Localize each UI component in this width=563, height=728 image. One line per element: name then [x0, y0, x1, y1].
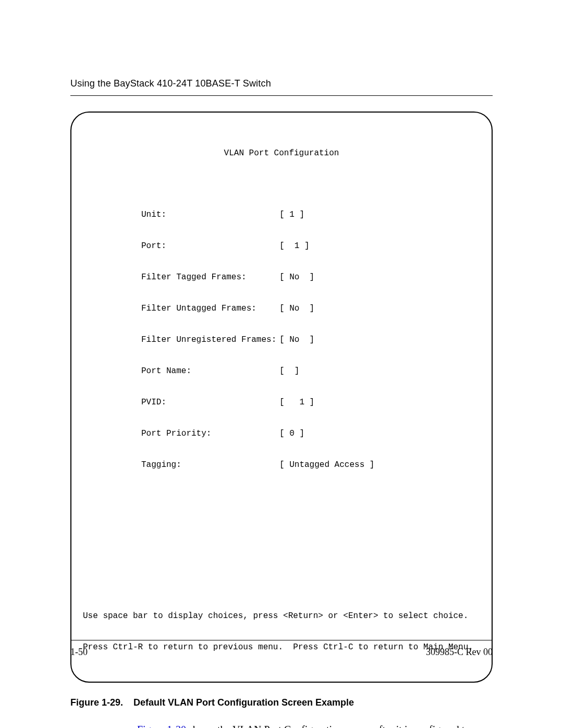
page-body: Using the BayStack 410-24T 10BASE-T Swit… [70, 78, 493, 658]
figure-caption: Figure 1-29.Default VLAN Port Configurat… [70, 697, 493, 708]
terminal-row: Port: [ 1 ] [141, 241, 480, 251]
terminal-field-value: [ No ] [279, 272, 314, 282]
terminal-field-label: Port Name: [141, 366, 279, 376]
terminal-field-label: Tagging: [141, 460, 279, 470]
terminal-field-value: [ 1 ] [279, 241, 310, 251]
figure-xref-link[interactable]: Figure 1-30 [137, 724, 186, 728]
terminal-screen: VLAN Port Configuration Unit: [ 1 ] Port… [70, 112, 493, 683]
terminal-row: Filter Untagged Frames: [ No ] [141, 303, 480, 314]
terminal-title: VLAN Port Configuration [83, 148, 480, 158]
page-footer: 1-50 309985-C Rev 00 [70, 640, 493, 658]
terminal-row: Tagging: [ Untagged Access ] [141, 460, 480, 470]
terminal-row: PVID: [ 1 ] [141, 397, 480, 408]
terminal-field-value: [ 1 ] [279, 397, 314, 408]
terminal-row: Unit: [ 1 ] [141, 209, 480, 220]
terminal-field-label: Port: [141, 241, 279, 251]
terminal-help-line: Use space bar to display choices, press … [83, 611, 480, 621]
terminal-field-value: [ 1 ] [279, 209, 304, 220]
terminal-row: Filter Unregistered Frames: [ No ] [141, 335, 480, 345]
body-text: shows the VLAN Port Configuration screen… [137, 724, 470, 728]
terminal-field-label: PVID: [141, 397, 279, 408]
page-number: 1-50 [70, 647, 88, 658]
terminal-row: Port Name: [ ] [141, 366, 480, 376]
running-head: Using the BayStack 410-24T 10BASE-T Swit… [70, 78, 493, 89]
terminal-row: Filter Tagged Frames: [ No ] [141, 272, 480, 282]
figure-caption-text: Default VLAN Port Configuration Screen E… [133, 697, 354, 708]
body-paragraph: Figure 1-30 shows the VLAN Port Configur… [70, 723, 493, 728]
terminal-fields: Unit: [ 1 ] Port: [ 1 ] Filter Tagged Fr… [141, 189, 480, 491]
terminal-field-value: [ No ] [279, 335, 314, 345]
terminal-field-label: Port Priority: [141, 428, 279, 439]
terminal-field-label: Filter Unregistered Frames: [141, 335, 279, 345]
terminal-field-value: [ 0 ] [279, 428, 304, 439]
terminal-field-value: [ ] [279, 366, 299, 376]
terminal-field-label: Filter Tagged Frames: [141, 272, 279, 282]
terminal-field-label: Unit: [141, 209, 279, 220]
header-rule [70, 95, 493, 96]
figure-caption-label: Figure 1-29. [70, 697, 123, 708]
footer-rule [70, 640, 493, 640]
terminal-field-value: [ Untagged Access ] [279, 460, 374, 470]
terminal-field-value: [ No ] [279, 303, 314, 314]
document-id: 309985-C Rev 00 [426, 647, 493, 658]
terminal-row: Port Priority: [ 0 ] [141, 428, 480, 439]
terminal-field-label: Filter Untagged Frames: [141, 303, 279, 314]
